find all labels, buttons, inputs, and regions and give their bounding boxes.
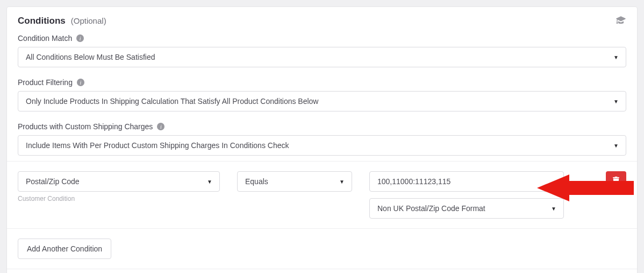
delete-condition-button[interactable]	[606, 171, 626, 191]
product-filtering-label: Product Filtering	[18, 78, 73, 87]
graduation-cap-icon[interactable]	[616, 16, 626, 26]
condition-match-label: Condition Match	[18, 34, 72, 43]
trash-icon	[612, 177, 620, 186]
title-text: Conditions	[18, 16, 66, 26]
title-hint: (Optional)	[71, 16, 106, 25]
condition-format-select[interactable]: Non UK Postal/Zip Code Format	[369, 198, 564, 219]
conditions-panel: Conditions (Optional) Condition Match i …	[6, 6, 638, 273]
custom-shipping-label: Products with Custom Shipping Charges	[18, 122, 153, 131]
condition-value-input[interactable]	[369, 171, 564, 192]
condition-subject-select[interactable]: Postal/Zip Code	[18, 171, 220, 192]
panel-header: Conditions (Optional)	[7, 7, 637, 29]
condition-match-select[interactable]: All Conditions Below Must Be Satisfied	[18, 47, 626, 67]
condition-subject-hint: Customer Condition	[18, 195, 220, 202]
product-filtering-section: Product Filtering i Only Include Product…	[7, 73, 637, 117]
add-condition-button[interactable]: Add Another Condition	[18, 239, 111, 259]
condition-row: Postal/Zip Code ▼ Customer Condition Equ…	[7, 161, 637, 228]
panel-footer: Conditions allow you to apply a set of r…	[7, 269, 637, 273]
custom-shipping-section: Products with Custom Shipping Charges i …	[7, 117, 637, 161]
custom-shipping-select[interactable]: Include Items With Per Product Custom Sh…	[18, 135, 626, 156]
panel-title: Conditions (Optional)	[18, 16, 106, 26]
condition-match-section: Condition Match i All Conditions Below M…	[7, 29, 637, 73]
product-filtering-select[interactable]: Only Include Products In Shipping Calcul…	[18, 91, 626, 111]
info-icon[interactable]: i	[157, 123, 164, 130]
info-icon[interactable]: i	[77, 79, 84, 86]
add-condition-row: Add Another Condition	[7, 228, 637, 269]
condition-operator-select[interactable]: Equals	[237, 171, 352, 192]
info-icon[interactable]: i	[76, 34, 84, 42]
